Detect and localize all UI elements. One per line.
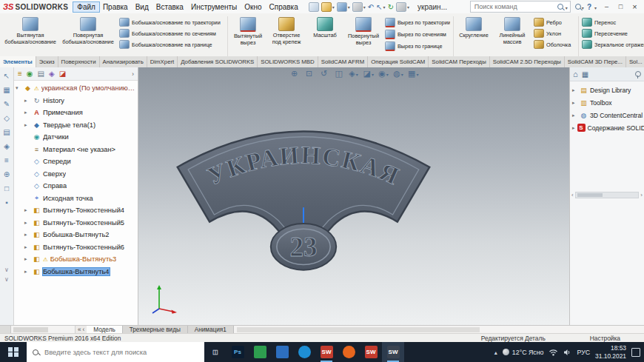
- scroll-left-icon[interactable]: [571, 192, 574, 198]
- boundary-boss-button[interactable]: Бобышка/основание на границе: [119, 40, 224, 49]
- expander-icon[interactable]: [24, 244, 30, 250]
- expander-icon[interactable]: [24, 269, 30, 275]
- scrollbar-track[interactable]: [575, 192, 640, 198]
- panel-expand-icon[interactable]: [132, 70, 134, 78]
- feature-tree-item[interactable]: Бобышка-Вытянуть4: [14, 266, 138, 278]
- boundary-cut-button[interactable]: Вырез по границе: [385, 41, 450, 51]
- menu-item[interactable]: Файл: [73, 2, 99, 12]
- scroll-right-icon[interactable]: [640, 192, 643, 198]
- feature-tree-item[interactable]: Спереди: [14, 155, 138, 168]
- search-dropdown-icon[interactable]: [566, 3, 568, 11]
- task-pane-scrollbar[interactable]: [570, 192, 644, 198]
- display-style-icon[interactable]: [363, 69, 374, 78]
- command-search[interactable]: [470, 1, 571, 13]
- hole-wizard-button[interactable]: Отверстие под крепеж: [267, 15, 306, 58]
- configurationmanager-tab-icon[interactable]: [38, 70, 44, 78]
- feature-tree-item[interactable]: Датчики: [14, 131, 138, 144]
- zoom-tool-icon[interactable]: [2, 170, 12, 179]
- feature-tree-item[interactable]: Примечания: [14, 107, 138, 119]
- expander-icon[interactable]: [572, 87, 577, 93]
- command-tab[interactable]: SolidCAM Переходы: [429, 56, 489, 67]
- taskbar-app-icon[interactable]: SW: [315, 342, 338, 362]
- expander-icon[interactable]: [24, 207, 30, 213]
- expander-icon[interactable]: [24, 220, 30, 226]
- command-tab[interactable]: Элементы: [0, 56, 36, 67]
- shell-button[interactable]: Оболочка: [534, 40, 575, 49]
- feature-tree-item[interactable]: Вытянуть-Тонкостенный6: [14, 241, 138, 254]
- task-pane-item[interactable]: Toolbox: [570, 96, 644, 109]
- expander-icon[interactable]: [572, 100, 577, 106]
- linear-pattern-button[interactable]: Линейный массив: [493, 15, 531, 58]
- notification-icon[interactable]: [631, 348, 640, 357]
- expander-icon[interactable]: [572, 125, 575, 131]
- command-tab[interactable]: Sol...: [626, 56, 644, 67]
- expander-icon[interactable]: [24, 122, 30, 128]
- lofted-boss-button[interactable]: Бобышка/основание по сечениям: [119, 29, 224, 38]
- plane-tool-icon[interactable]: [2, 113, 12, 123]
- command-tab[interactable]: Операция SolidCAM: [368, 56, 429, 67]
- close-icon[interactable]: [628, 1, 641, 12]
- options-gear-icon[interactable]: [396, 2, 409, 12]
- command-tab[interactable]: Анализировать: [100, 56, 147, 67]
- select-tool-icon[interactable]: [2, 71, 12, 81]
- expander-icon[interactable]: [572, 113, 577, 118]
- feature-tree-item[interactable]: Бобышка-Вытянуть3: [14, 253, 138, 266]
- rebuild-icon[interactable]: ↻: [388, 3, 394, 11]
- feature-tree-item[interactable]: Материал <не указан>: [14, 144, 138, 156]
- edit-appearance-icon[interactable]: [393, 69, 403, 78]
- command-tab[interactable]: SolidCAM AFRM: [318, 56, 369, 67]
- taskbar-app-icon[interactable]: [249, 342, 271, 362]
- list-tool-icon[interactable]: [2, 155, 12, 165]
- home-icon[interactable]: [573, 70, 578, 78]
- chevron-down-icon[interactable]: [4, 267, 9, 273]
- extruded-cut-button[interactable]: Вытянутый вырез: [229, 15, 267, 58]
- feature-tree-item[interactable]: History: [14, 95, 138, 107]
- feature-tree-item[interactable]: Твердые тела(1): [14, 119, 138, 132]
- notes-tool-icon[interactable]: [2, 127, 12, 137]
- task-pane-item[interactable]: Design Library: [570, 84, 644, 96]
- language-indicator[interactable]: РУС: [577, 349, 590, 356]
- revolved-boss-button[interactable]: Повернутая бобышка/основание: [59, 15, 117, 58]
- displaymanager-tab-icon[interactable]: [59, 70, 66, 78]
- feature-tree-root[interactable]: украинская (По умолчанию<<По ук: [14, 82, 138, 95]
- task-pane-item[interactable]: 3D ContentCentral: [570, 109, 644, 121]
- command-tab[interactable]: SOLIDWORKS MBD: [258, 56, 318, 67]
- expander-icon[interactable]: [24, 232, 30, 238]
- new-document-icon[interactable]: [309, 2, 319, 12]
- taskbar-search[interactable]: [27, 342, 204, 362]
- swept-cut-button[interactable]: Вырез по траектории: [385, 18, 450, 27]
- clock[interactable]: 18:53 31.10.2021: [595, 344, 626, 360]
- feature-tree-item[interactable]: Сверху: [14, 168, 138, 181]
- resources-icon[interactable]: [582, 70, 588, 78]
- select-arrow-icon[interactable]: ↖: [376, 3, 385, 11]
- expander-icon[interactable]: [16, 85, 21, 91]
- taskbar-app-icon[interactable]: SW: [360, 342, 382, 362]
- print-icon[interactable]: [352, 2, 366, 12]
- help-dropdown-icon[interactable]: [594, 3, 597, 11]
- feature-tree-item[interactable]: Вытянуть-Тонкостенный4: [14, 204, 138, 217]
- command-tab[interactable]: SolidCAM 3D Пере...: [565, 56, 626, 67]
- box-tool-icon[interactable]: [2, 184, 12, 193]
- weather-widget[interactable]: 12°C Ясно: [503, 349, 544, 356]
- customize-button[interactable]: Настройка: [590, 335, 620, 342]
- expander-icon[interactable]: [24, 110, 30, 115]
- mirror-button[interactable]: Зеркальное отражение: [582, 40, 644, 49]
- dot-tool-icon[interactable]: [2, 198, 12, 207]
- first-tab-icon[interactable]: [78, 326, 81, 333]
- menu-item[interactable]: Справка: [266, 2, 302, 12]
- help-icon[interactable]: ?: [587, 3, 591, 11]
- scene-icon[interactable]: [408, 69, 418, 78]
- hide-show-icon[interactable]: [378, 69, 389, 78]
- taskbar-app-icon[interactable]: [338, 342, 360, 362]
- menu-item[interactable]: Правка: [99, 2, 132, 12]
- propertymanager-tab-icon[interactable]: [27, 70, 33, 78]
- graphics-area[interactable]: УКРАИНСКАЯ 23: [138, 67, 569, 325]
- fillet-button[interactable]: Скругление: [455, 15, 493, 58]
- previous-view-icon[interactable]: [319, 69, 329, 78]
- command-tab[interactable]: DimXpert: [147, 56, 178, 67]
- undo-icon[interactable]: ↶: [368, 3, 374, 11]
- zoom-area-icon[interactable]: [304, 69, 315, 78]
- menu-item[interactable]: Окно: [241, 2, 265, 12]
- feature-tree-item[interactable]: Вытянуть-Тонкостенный5: [14, 217, 138, 229]
- taskbar-search-input[interactable]: [43, 348, 198, 357]
